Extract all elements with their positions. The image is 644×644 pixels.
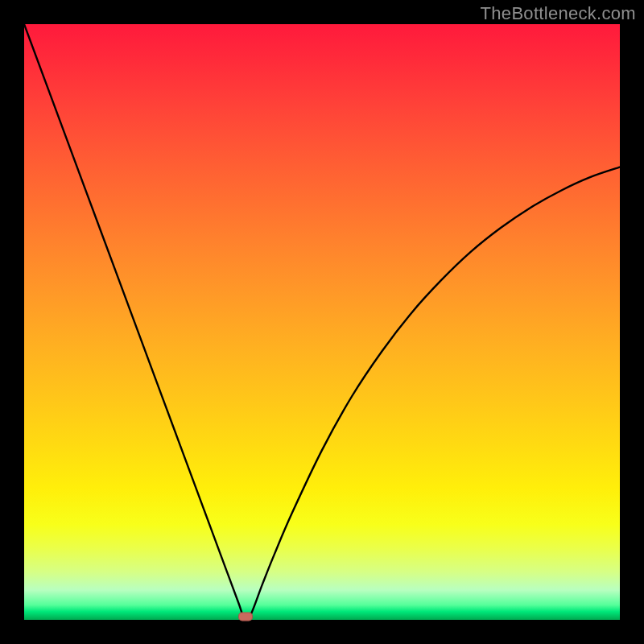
- bottleneck-curve: [24, 24, 620, 620]
- watermark-text: TheBottleneck.com: [481, 3, 636, 24]
- plot-area: [24, 24, 620, 620]
- chart-frame: TheBottleneck.com: [0, 0, 644, 644]
- optimal-marker: [238, 612, 253, 621]
